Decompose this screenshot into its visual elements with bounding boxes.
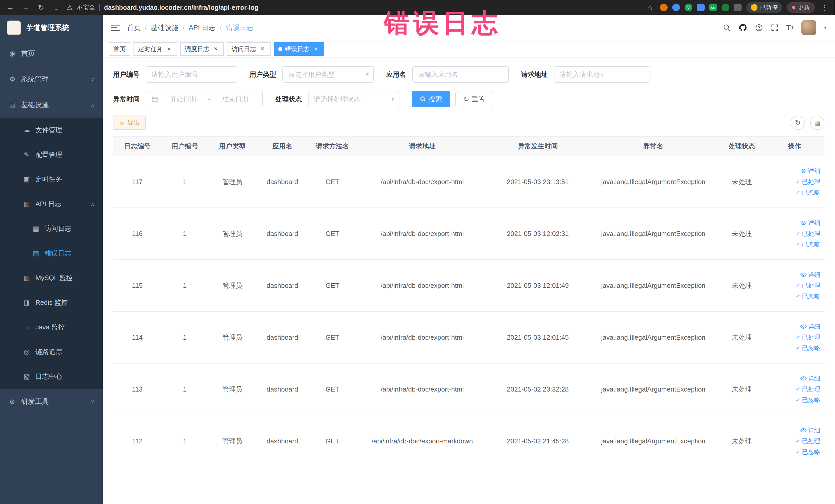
home-icon[interactable]: ⌂ <box>51 3 62 12</box>
action-ignored[interactable]: ✓已忽略 <box>796 292 820 300</box>
github-icon[interactable] <box>738 23 747 32</box>
action-processed[interactable]: ✓已处理 <box>796 281 820 289</box>
close-icon[interactable]: × <box>165 45 172 53</box>
update-button[interactable]: 更新 <box>787 2 815 13</box>
search-button[interactable]: 搜索 <box>412 91 450 107</box>
address-bar[interactable]: ⚠ 不安全 dashboard.yudao.iocoder.cn/infra/l… <box>67 3 640 12</box>
fullscreen-icon[interactable] <box>771 24 778 32</box>
back-icon[interactable]: ← <box>5 3 15 12</box>
user-avatar[interactable] <box>801 20 816 35</box>
sidebar-item-config-management[interactable]: ✎配置管理 <box>0 142 103 167</box>
user-type-select[interactable] <box>288 70 362 79</box>
extension-v-icon[interactable]: V <box>685 4 692 11</box>
action-detail[interactable]: 详细 <box>800 167 820 175</box>
action-detail[interactable]: 详细 <box>800 426 820 435</box>
cell-method: GET <box>308 156 357 208</box>
sidebar-item-system-management[interactable]: ⚙系统管理∨ <box>0 66 103 92</box>
forward-icon[interactable]: → <box>21 3 31 12</box>
tab-scheduled-tasks[interactable]: 定时任务× <box>134 42 177 56</box>
gear-icon: ⚙ <box>8 75 16 83</box>
sidebar-item-label: 访问日志 <box>45 224 72 233</box>
search-icon[interactable] <box>723 24 731 32</box>
extension-on-icon[interactable]: on <box>709 4 717 11</box>
cell-id: 114 <box>113 311 162 363</box>
close-icon[interactable]: × <box>312 45 319 53</box>
action-ignored[interactable]: ✓已忽略 <box>796 448 820 456</box>
sidebar-item-error-log[interactable]: ▤错误日志 <box>0 241 103 265</box>
sidebar-item-log-center[interactable]: ▧日志中心 <box>0 364 103 389</box>
extension-drop-icon[interactable] <box>672 4 680 11</box>
breadcrumb-item[interactable]: 基础设施 <box>151 23 179 32</box>
font-size-icon[interactable]: TT <box>786 23 794 32</box>
help-icon[interactable] <box>755 24 763 32</box>
action-detail[interactable]: 详细 <box>800 270 820 279</box>
reload-icon[interactable]: ↻ <box>36 3 46 12</box>
chevron-down-icon[interactable]: ▾ <box>824 25 827 31</box>
sidebar-item-java-monitor[interactable]: ☕Java 监控 <box>0 315 103 339</box>
extension-orange-icon[interactable] <box>660 4 668 11</box>
sidebar-item-mysql-monitor[interactable]: ▥MySQL 监控 <box>0 265 103 290</box>
sidebar-item-access-log[interactable]: ▤访问日志 <box>0 216 103 241</box>
tab-label: 首页 <box>114 45 126 53</box>
user-id-input[interactable] <box>151 70 231 79</box>
kebab-menu-icon[interactable]: ⋮ <box>819 3 830 12</box>
cell-status: 未处理 <box>719 156 765 208</box>
app-name-input[interactable] <box>418 70 503 79</box>
table-row: 1131管理员dashboardGET/api/infra/db-doc/exp… <box>113 363 824 415</box>
filter-label-exception-time: 异常时间 <box>113 95 140 104</box>
action-processed[interactable]: ✓已处理 <box>796 333 820 341</box>
grid-icon: ▦ <box>814 119 821 127</box>
tab-error-log[interactable]: 错误日志× <box>273 42 324 56</box>
paused-badge[interactable]: 已暂停 <box>746 2 782 13</box>
tab-home[interactable]: 首页 <box>109 42 130 56</box>
process-status-select[interactable] <box>314 95 388 103</box>
extension-puzzle-icon[interactable] <box>734 4 741 11</box>
reset-button[interactable]: ↻ 重置 <box>455 91 493 107</box>
sidebar-item-scheduled-tasks[interactable]: ▣定时任务 <box>0 167 103 191</box>
sidebar-item-home[interactable]: ◉首页 <box>0 41 103 66</box>
action-ignored[interactable]: ✓已忽略 <box>796 240 820 248</box>
action-processed[interactable]: ✓已处理 <box>796 229 820 238</box>
sidebar-item-redis-monitor[interactable]: ◨Redis 监控 <box>0 290 103 315</box>
breadcrumb-item[interactable]: 首页 <box>127 23 141 32</box>
tab-access-log[interactable]: 访问日志× <box>227 42 270 56</box>
column-header: 异常名 <box>588 136 719 156</box>
close-icon[interactable]: × <box>212 45 219 53</box>
action-detail[interactable]: 详细 <box>800 322 820 331</box>
date-separator: - <box>208 96 210 103</box>
hamburger-icon[interactable] <box>111 24 120 32</box>
extension-leaf-icon[interactable] <box>721 4 729 11</box>
eye-icon <box>800 271 807 278</box>
sidebar-item-label: 基础设施 <box>21 100 49 109</box>
tab-schedule-log[interactable]: 调度日志× <box>180 42 224 56</box>
action-processed[interactable]: ✓已处理 <box>796 437 820 445</box>
bookmark-star-icon[interactable]: ☆ <box>645 3 655 12</box>
sidebar-item-dev-tools[interactable]: ⊛研发工具∨ <box>0 389 103 415</box>
column-settings-button[interactable]: ▦ <box>810 116 824 130</box>
action-ignored[interactable]: ✓已忽略 <box>796 188 820 197</box>
cell-time: 2021-05-03 12:01:45 <box>488 311 588 363</box>
sidebar-item-infrastructure[interactable]: ▤基础设施∧ <box>0 92 103 118</box>
breadcrumb-item[interactable]: API 日志 <box>189 23 216 32</box>
request-url-input[interactable] <box>559 70 645 79</box>
action-processed[interactable]: ✓已处理 <box>796 178 820 186</box>
extension-grid-icon[interactable] <box>697 4 705 11</box>
action-processed[interactable]: ✓已处理 <box>796 385 820 394</box>
export-button[interactable]: 导出 <box>113 116 146 130</box>
date-range-input[interactable]: 开始日期 - 结束日期 <box>146 91 263 107</box>
sidebar-item-trace[interactable]: ◎链路追踪 <box>0 339 103 364</box>
action-ignored[interactable]: ✓已忽略 <box>796 396 820 404</box>
action-detail[interactable]: 详细 <box>800 219 820 227</box>
url-text: dashboard.yudao.iocoder.cn/infra/log/api… <box>104 4 258 11</box>
refresh-button[interactable]: ↻ <box>791 116 805 130</box>
sidebar-item-file-management[interactable]: ☁文件管理 <box>0 118 103 142</box>
sidebar-item-api-logs[interactable]: ▦API 日志∧ <box>0 191 103 216</box>
eye-icon <box>800 220 807 226</box>
action-detail[interactable]: 详细 <box>800 374 820 383</box>
action-ignored[interactable]: ✓已忽略 <box>796 344 820 352</box>
cell-id: 112 <box>113 415 162 467</box>
check-icon: ✓ <box>796 448 800 455</box>
logo[interactable]: 芋道管理系统 <box>0 15 103 41</box>
cell-url: /api/infra/db-doc/export-markdown <box>357 415 488 467</box>
close-icon[interactable]: × <box>259 45 266 53</box>
